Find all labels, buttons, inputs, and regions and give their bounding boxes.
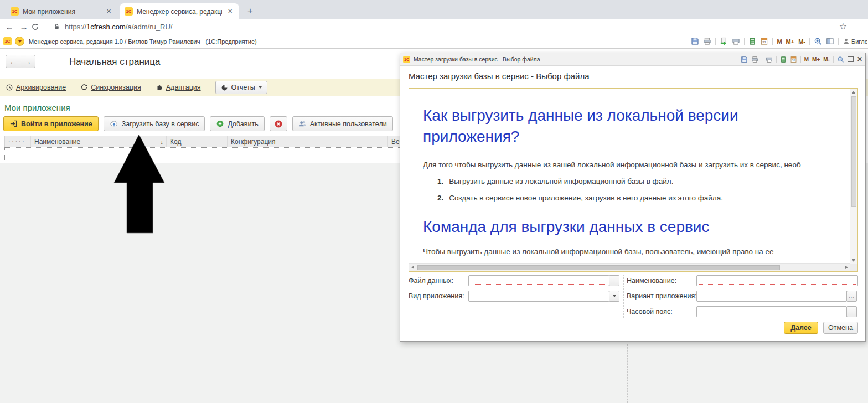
main-menu-button[interactable] [15, 37, 24, 46]
upload-database-button[interactable]: Загрузить базу в сервис [104, 116, 205, 131]
save-icon[interactable] [741, 56, 748, 63]
scrollbar-corner [850, 264, 857, 271]
next-button[interactable]: Далее [784, 322, 818, 334]
print-icon[interactable] [751, 56, 758, 63]
active-users-button[interactable]: Активные пользователи [292, 116, 393, 131]
data-file-browse-button[interactable]: ... [609, 275, 619, 286]
timezone-label: Часовой пояс: [627, 308, 673, 316]
actions-toolbar: Войти в приложение Загрузить базу в серв… [3, 116, 393, 131]
page-title: Начальная страница [69, 56, 161, 68]
1c-favicon: 1С [403, 56, 410, 63]
app-kind-dropdown-button[interactable] [609, 291, 619, 302]
sync-icon [80, 84, 88, 91]
vertical-scrollbar[interactable] [850, 89, 857, 264]
app-variant-input[interactable] [696, 291, 847, 302]
clock-icon [6, 84, 13, 91]
maximize-button[interactable] [848, 56, 854, 62]
timezone-browse-button[interactable]: ... [846, 306, 857, 317]
cancel-button[interactable]: Отмена [823, 322, 858, 334]
history-nav: ← → [6, 55, 35, 68]
column-configuration[interactable]: Конфигурация [228, 136, 388, 147]
new-tab-button[interactable]: + [244, 4, 257, 18]
user-icon [843, 38, 850, 45]
memory-subtract-button[interactable]: M- [798, 38, 805, 45]
scroll-up-icon[interactable] [852, 91, 855, 94]
app-kind-select[interactable] [468, 291, 609, 302]
calendar-icon[interactable]: 31 [790, 56, 797, 63]
memory-add-button[interactable]: M+ [786, 38, 795, 45]
name-input[interactable] [696, 275, 858, 286]
tab-my-applications[interactable]: 1С Мои приложения ✕ [6, 3, 118, 19]
timezone-input[interactable] [696, 306, 847, 317]
dialog-heading: Мастер загрузки базы в сервис - Выбор фа… [409, 71, 590, 81]
reload-icon[interactable] [31, 23, 45, 31]
1c-logo: 1С [3, 37, 12, 45]
tab-service-manager[interactable]: 1С Менеджер сервиса, редакция 1 ✕ [120, 3, 239, 19]
memory-add-button[interactable]: M+ [812, 56, 820, 63]
pie-chart-icon [221, 84, 228, 91]
lock-icon[interactable] [53, 23, 60, 30]
vertical-scroll-thumb[interactable] [851, 96, 856, 207]
scroll-left-icon[interactable] [411, 266, 414, 269]
delete-button[interactable] [270, 116, 287, 131]
forward-icon[interactable]: → [17, 22, 31, 32]
close-icon[interactable]: ✕ [857, 56, 862, 63]
drag-dots-column[interactable]: ····· [5, 136, 31, 147]
horizontal-scrollbar[interactable] [409, 264, 850, 271]
save-icon[interactable] [691, 37, 699, 45]
help-document-panel: Как выгрузить данные из локальной версии… [409, 88, 858, 272]
tab-close-icon[interactable]: ✕ [105, 8, 113, 15]
doc-paragraph-2: Чтобы выгрузить данные из локальной инфо… [423, 247, 850, 256]
calendar-icon[interactable]: 31 [760, 37, 768, 45]
doc-heading-2: Команда для выгрузки данных в сервис [423, 216, 850, 237]
page-back-button[interactable]: ← [6, 55, 20, 68]
tab-separator [118, 7, 118, 16]
back-icon[interactable]: ← [2, 22, 17, 32]
file-export-icon[interactable] [720, 37, 728, 45]
users-icon [298, 120, 307, 128]
doc-intro: Для того чтобы выгрузить данные из вашей… [423, 161, 850, 169]
memory-store-button[interactable]: M [777, 38, 782, 45]
calculator-icon[interactable] [780, 56, 787, 63]
page-forward-button[interactable]: → [20, 55, 35, 68]
cloud-upload-icon [110, 120, 118, 128]
help-document-content: Как выгрузить данные из локальной версии… [423, 89, 850, 264]
zoom-icon[interactable] [814, 37, 822, 45]
form-divider-dashed [627, 344, 628, 403]
enter-application-button[interactable]: Войти в приложение [3, 116, 99, 131]
link-archiving[interactable]: Архивирование [6, 84, 66, 91]
chevron-down-icon [259, 86, 262, 89]
calculator-icon[interactable] [748, 37, 756, 45]
memory-store-button[interactable]: M [804, 56, 809, 63]
horizontal-scroll-thumb[interactable] [417, 265, 780, 270]
app-toolbar: 31 M M+ M- Биглов [691, 34, 868, 48]
app-variant-browse-button[interactable]: ... [846, 291, 857, 302]
red-x-circle-icon [274, 120, 283, 128]
url-path: /a/adm/ru_RU/ [126, 23, 173, 31]
1c-favicon: 1С [125, 7, 133, 16]
reports-button[interactable]: Отчеты [215, 81, 267, 94]
dialog-title-bar[interactable]: 1С Мастер загрузки базы в сервис - Выбор… [400, 53, 865, 66]
link-adaptation[interactable]: Адаптация [156, 84, 201, 91]
split-view-icon[interactable] [826, 37, 834, 45]
print-preview-icon[interactable] [766, 56, 773, 63]
scroll-down-icon[interactable] [852, 259, 855, 262]
puzzle-icon [156, 84, 163, 91]
current-user-button[interactable]: Биглов [843, 38, 867, 45]
column-code[interactable]: Код [167, 136, 228, 147]
user-name: Биглов [851, 38, 867, 45]
svg-text:31: 31 [763, 40, 767, 44]
tab-close-icon[interactable]: ✕ [226, 8, 234, 15]
link-synchronization[interactable]: Синхронизация [80, 84, 141, 91]
browser-tab-strip: 1С Мои приложения ✕ 1С Менеджер сервиса,… [0, 0, 868, 19]
add-button[interactable]: Добавить [210, 116, 264, 131]
memory-subtract-button[interactable]: M- [823, 56, 830, 63]
bookmark-star-icon[interactable]: ☆ [839, 21, 847, 32]
print-icon[interactable] [703, 37, 711, 45]
chevron-down-icon [613, 295, 616, 297]
address-bar[interactable]: https://1cfresh.com/a/adm/ru_RU/ [65, 23, 172, 31]
data-file-input[interactable] [468, 275, 609, 286]
print-preview-icon[interactable] [732, 37, 740, 45]
scroll-right-icon[interactable] [845, 266, 848, 269]
zoom-icon[interactable] [837, 56, 844, 63]
